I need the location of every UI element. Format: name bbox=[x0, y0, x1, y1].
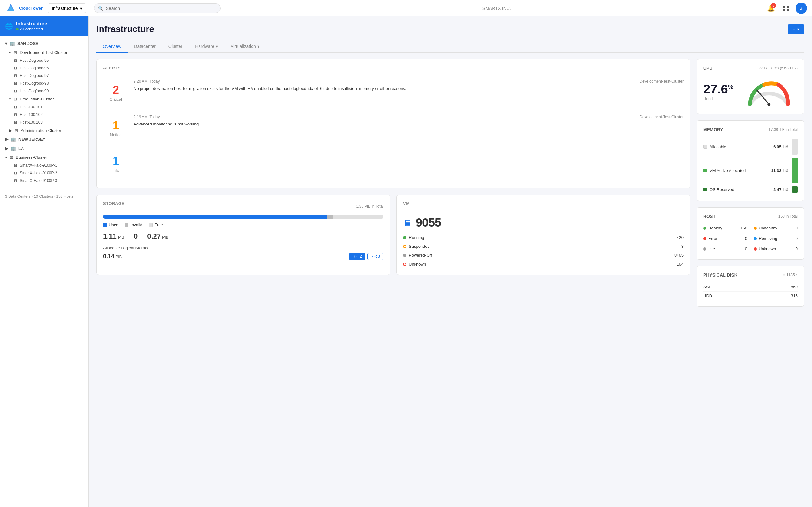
vm-icon: 🖥 bbox=[403, 218, 412, 228]
tab-overview[interactable]: Overview bbox=[96, 41, 128, 53]
grid-icon[interactable] bbox=[780, 3, 792, 14]
rf2-button[interactable]: RF: 2 bbox=[349, 253, 365, 260]
disk-card: PHYSICAL DISK ≡ 1185 ↑ SSD 869 HDD 316 bbox=[697, 266, 804, 307]
logo-icon bbox=[5, 3, 16, 14]
poweredoff-dot bbox=[403, 254, 406, 257]
tabs: Overview Datacenter Cluster Hardware ▾ V… bbox=[96, 41, 804, 53]
storage-alloc-value: 0.14 bbox=[103, 253, 114, 260]
host-dogfood-98[interactable]: ⊟Host-Dogfood-98 bbox=[0, 79, 89, 87]
host-dogfood-96[interactable]: ⊟Host-Dogfood-96 bbox=[0, 64, 89, 72]
disk-row-ssd: SSD 869 bbox=[703, 283, 798, 291]
mem-bar-vmactive bbox=[792, 158, 798, 183]
logo: CloudTower bbox=[5, 3, 43, 14]
sidebar-footer: 3 Data Centers · 10 Clusters · 158 Hosts bbox=[0, 190, 89, 203]
mem-bar-allocable bbox=[792, 139, 798, 155]
vm-running-count: 420 bbox=[676, 235, 683, 240]
gauge-container: 27.6% Used bbox=[703, 76, 798, 107]
host-stat-idle: Idle 0 bbox=[703, 245, 747, 253]
host-icon: ⊟ bbox=[14, 89, 17, 93]
host-icon: ⊟ bbox=[14, 58, 17, 63]
host-icon: ⊟ bbox=[14, 163, 17, 168]
search-box: 🔍 bbox=[94, 3, 221, 13]
chevron-down-icon: ▾ bbox=[9, 97, 11, 101]
host-100-102[interactable]: ⊟Host-100.102 bbox=[0, 111, 89, 118]
mem-dot-vmactive bbox=[703, 169, 707, 172]
alert-critical-count-box: 2 Critical bbox=[103, 79, 129, 107]
rf-buttons: RF: 2 RF: 3 bbox=[349, 253, 384, 260]
memory-title: MEMORY bbox=[703, 127, 723, 132]
error-dot bbox=[703, 237, 706, 240]
vm-stats: Running 420 Suspended 8 bbox=[403, 233, 683, 268]
host-smartx-9100p-1[interactable]: ⊟SmartX-Halo-9100P-1 bbox=[0, 162, 89, 169]
unhealthy-dot bbox=[754, 227, 757, 230]
sidebar-subtitle: All connected bbox=[16, 27, 47, 32]
datacenter-la[interactable]: ▶ 🏢 LA bbox=[0, 144, 89, 153]
host-100-101[interactable]: ⊟Host-100.101 bbox=[0, 103, 89, 111]
add-button[interactable]: + ▾ bbox=[788, 24, 804, 34]
vm-title: VM bbox=[403, 201, 410, 206]
info-label: Info bbox=[112, 168, 119, 173]
host-total: 158 in Total bbox=[778, 214, 798, 219]
critical-label: Critical bbox=[109, 97, 122, 102]
disk-total: ≡ 1185 ↑ bbox=[783, 273, 798, 277]
memory-row-vmactive: VM Active Allocated 11.33 TiB bbox=[703, 156, 798, 185]
nav-dropdown[interactable]: Infrastructure ▾ bbox=[48, 3, 86, 13]
host-icon: ⊟ bbox=[14, 112, 17, 117]
host-stat-error: Error 0 bbox=[703, 234, 747, 242]
host-icon: ⊟ bbox=[14, 105, 17, 109]
layout: 🌐 Infrastructure All connected ▾ 🏢 SAN J… bbox=[0, 16, 812, 507]
notice-count: 1 bbox=[113, 120, 119, 131]
critical-count: 2 bbox=[113, 84, 119, 96]
cluster-administration[interactable]: ▶ ⊟ Administration-Cluster bbox=[0, 126, 89, 135]
chevron-down-icon: ▾ bbox=[80, 6, 82, 11]
cluster-development-test[interactable]: ▾ ⊟ Development-Test-Cluster bbox=[0, 48, 89, 57]
alert-critical-detail: 9:20 AM, Today Development-Test-Cluster … bbox=[134, 79, 683, 107]
host-card: HOST 158 in Total Healthy 158 bbox=[697, 207, 804, 260]
search-input[interactable] bbox=[106, 6, 217, 11]
cpu-percent: 27.6% bbox=[703, 82, 734, 96]
mem-bar-osreserved bbox=[792, 186, 798, 193]
content-grid: ALERTS 2 Critical 9:20 AM, Today Develop… bbox=[96, 59, 804, 307]
datacenter-new-jersey[interactable]: ▶ 🏢 NEW JERSEY bbox=[0, 135, 89, 144]
rf3-button[interactable]: RF: 3 bbox=[367, 253, 384, 260]
cluster-production[interactable]: ▾ ⊟ Production-Cluster bbox=[0, 95, 89, 103]
host-smartx-9100p-2[interactable]: ⊟SmartX-Halo-9100P-2 bbox=[0, 169, 89, 177]
chevron-down-icon: ▾ bbox=[5, 155, 7, 160]
host-100-103[interactable]: ⊟Host-100.103 bbox=[0, 118, 89, 126]
tab-virtualization[interactable]: Virtualization ▾ bbox=[224, 41, 266, 53]
host-icon: ⊟ bbox=[14, 120, 17, 124]
host-icon: ⊟ bbox=[14, 81, 17, 86]
chevron-down-icon: ▾ bbox=[257, 44, 259, 49]
vm-header: VM bbox=[403, 201, 683, 211]
memory-header: MEMORY 17.38 TiB in Total bbox=[703, 127, 798, 132]
tab-cluster[interactable]: Cluster bbox=[162, 41, 189, 53]
storage-card: STORAGE 1.38 PiB in Total Used bbox=[96, 194, 390, 275]
host-dogfood-99[interactable]: ⊟Host-Dogfood-99 bbox=[0, 87, 89, 95]
host-smartx-9100p-3[interactable]: ⊟SmartX-Halo-9100P-3 bbox=[0, 177, 89, 184]
svg-rect-2 bbox=[783, 6, 785, 8]
datacenter-san-jose[interactable]: ▾ 🏢 SAN JOSE bbox=[0, 39, 89, 48]
cpu-gauge-svg bbox=[740, 76, 798, 107]
alerts-card: ALERTS 2 Critical 9:20 AM, Today Develop… bbox=[96, 59, 690, 188]
vm-count: 9055 bbox=[416, 216, 441, 229]
tab-datacenter[interactable]: Datacenter bbox=[128, 41, 162, 53]
chevron-down-icon: ▾ bbox=[5, 41, 7, 46]
svg-point-7 bbox=[767, 103, 770, 106]
vm-suspended-count: 8 bbox=[681, 244, 683, 249]
user-avatar[interactable]: Z bbox=[796, 3, 807, 14]
datacenter-icon: 🏢 bbox=[11, 146, 16, 151]
host-dogfood-97[interactable]: ⊟Host-Dogfood-97 bbox=[0, 72, 89, 79]
alert-info: 1 Info bbox=[103, 147, 683, 181]
right-panel: CPU 2317 Cores (5.63 THz) 27.6% Used bbox=[697, 59, 804, 307]
sidebar: 🌐 Infrastructure All connected ▾ 🏢 SAN J… bbox=[0, 16, 89, 507]
notifications-button[interactable]: 🔔 5 bbox=[765, 3, 776, 14]
tab-hardware[interactable]: Hardware ▾ bbox=[189, 41, 224, 53]
disk-row-hdd: HDD 316 bbox=[703, 291, 798, 300]
unknown-dot bbox=[403, 263, 406, 266]
legend-dot-invalid bbox=[125, 223, 129, 227]
host-dogfood-95[interactable]: ⊟Host-Dogfood-95 bbox=[0, 57, 89, 64]
vm-poweredoff-count: 8465 bbox=[674, 253, 683, 258]
removing-dot bbox=[754, 237, 757, 240]
cluster-business[interactable]: ▾ ⊟ Business-Cluster bbox=[0, 153, 89, 162]
sidebar-infrastructure[interactable]: 🌐 Infrastructure All connected bbox=[0, 16, 89, 36]
